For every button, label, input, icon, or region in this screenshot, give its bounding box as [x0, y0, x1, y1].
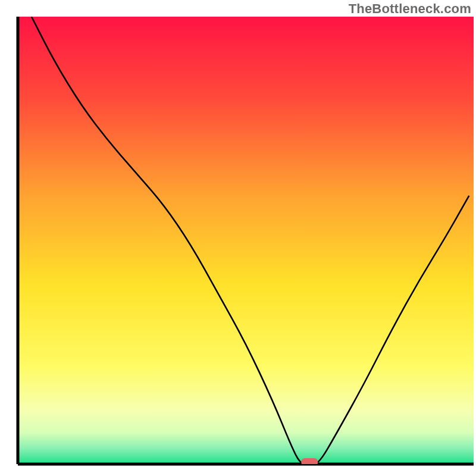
bottleneck-chart: TheBottleneck.com [0, 0, 476, 476]
chart-svg [0, 0, 476, 476]
watermark-text: TheBottleneck.com [349, 1, 471, 17]
plot-background [18, 17, 474, 464]
